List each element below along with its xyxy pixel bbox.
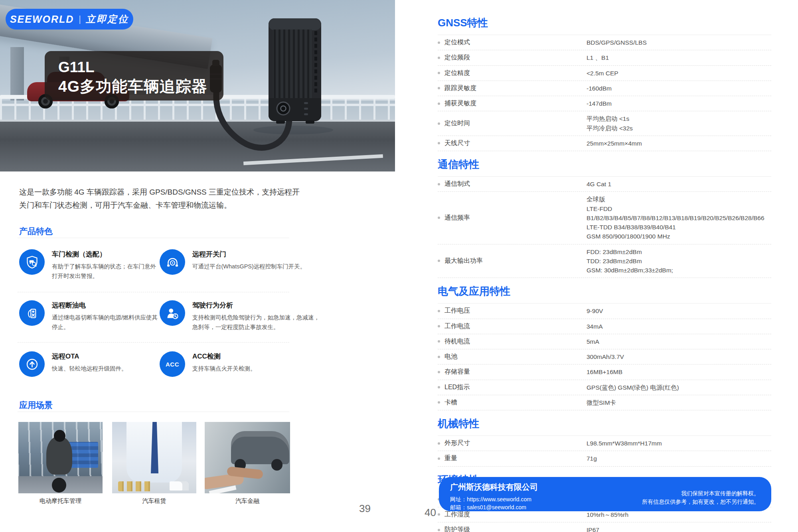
spec-value: 平均热启动 <1s平均冷启动 <32s — [587, 114, 633, 133]
spec-label-text: 天线尺寸 — [444, 139, 470, 148]
door-detection-shield-icon — [19, 249, 45, 275]
feature-title: 车门检测（选配） — [52, 248, 160, 259]
email-link[interactable]: sales01@seeworld.com — [467, 504, 526, 510]
feature-text: 驾驶行为分析支持检测司机危险驾驶行为，如急加速，急减速，急刹等，一定程度防止事故… — [192, 299, 322, 332]
application-item: 电动摩托车管理 — [18, 422, 103, 505]
feature-text: 车门检测（选配）有助于了解车队车辆的状态；在车门意外打开时发出警报。 — [52, 248, 160, 281]
spec-label-text: 工作电压 — [444, 307, 470, 315]
spec-value-line: 300mAh/3.7V — [587, 352, 624, 361]
spec-value-line: 25mm×25mm×4mm — [587, 139, 642, 148]
brand-logo-separator: | — [79, 14, 81, 24]
bullet-dot-icon — [438, 457, 440, 460]
spec-label: 天线尺寸 — [438, 139, 587, 148]
bullet-dot-icon — [438, 122, 440, 125]
spec-row: 定位精度<2.5m CEP — [438, 66, 771, 81]
spec-value-line: <2.5m CEP — [587, 69, 618, 78]
spec-label-text: 工作湿度 — [444, 510, 470, 519]
application-photo-1 — [18, 422, 103, 493]
spec-value-line: 全球版 — [587, 195, 771, 204]
bullet-dot-icon — [438, 57, 440, 59]
spec-value-line: GSM 850/900/1800/1900 MHz — [587, 232, 771, 241]
spec-label-text: 待机电流 — [444, 337, 470, 346]
spec-row: 工作电流34mA — [438, 319, 771, 334]
spec-value-line: FDD: 23dBm±2dBm — [587, 247, 673, 256]
spec-row: 定位模式BDS/GPS/GNSS/LBS — [438, 35, 771, 50]
product-model: G11L — [58, 58, 223, 77]
spec-value: FDD: 23dBm±2dBmTDD: 23dBm±2dBmGSM: 30dBm… — [587, 247, 673, 275]
spec-label-text: 定位频段 — [444, 53, 470, 62]
spec-label: 通信频率 — [438, 214, 587, 222]
bullet-dot-icon — [438, 87, 440, 89]
feature-description: 可通过平台(WhatsGPS)远程控制车门开关。 — [192, 262, 306, 272]
spec-label: 防护等级 — [438, 526, 587, 532]
application-caption: 电动摩托车管理 — [18, 497, 103, 505]
bullet-dot-icon — [438, 217, 440, 219]
spec-row: 捕获灵敏度-147dBm — [438, 96, 771, 111]
spec-section-title: 通信特性 — [438, 156, 771, 177]
spec-section-title: 机械特性 — [438, 415, 771, 436]
spec-row: 工作电压9-90V — [438, 303, 771, 319]
fuel-power-cut-icon — [19, 300, 45, 326]
spec-value-line: 10%rh～85%rh — [587, 510, 628, 519]
feature-text: 远程OTA快速、轻松地远程升级固件。 — [52, 350, 127, 374]
feature-text: ACC检测支持车辆点火开关检测。 — [192, 350, 256, 374]
spec-row: 定位频段L1 、B1 — [438, 50, 771, 65]
spec-row: 电池300mAh/3.7V — [438, 349, 771, 365]
spec-row: 卡槽微型SIM卡 — [438, 395, 771, 410]
product-title-overlay: G11L 4G多功能车辆追踪器 — [45, 51, 223, 100]
product-intro-text: 这是一款多功能 4G 车辆跟踪器，采用 GPS/BDS/GNSS 三重定位技术，… — [19, 185, 303, 212]
spec-value-line: TDD: 23dBm±2dBm — [587, 256, 673, 266]
spec-label: 定位精度 — [438, 69, 587, 77]
spec-label: 捕获灵敏度 — [438, 99, 587, 108]
spec-label-text: 电池 — [444, 353, 457, 361]
spec-value: 微型SIM卡 — [587, 398, 616, 407]
bullet-dot-icon — [438, 442, 440, 445]
spec-section: 电气及应用特性工作电压9-90V工作电流34mA待机电流5mA电池300mAh/… — [438, 283, 771, 410]
spec-row: 最大输出功率FDD: 23dBm±2dBmTDD: 23dBm±2dBmGSM:… — [438, 244, 771, 278]
brand-logo-tagline: 立即定位 — [86, 13, 129, 26]
applications-section-title: 应用场景 — [19, 400, 53, 411]
feature-text: 远程开关门可通过平台(WhatsGPS)远程控制车门开关。 — [192, 248, 306, 272]
disclaimer-line: 我们保留对本宣传册的解释权。 — [642, 489, 759, 497]
spec-label-text: 定位时间 — [444, 119, 470, 128]
spec-value: GPS(蓝色) GSM(绿色) 电源(红色) — [587, 383, 679, 392]
bullet-dot-icon — [438, 386, 440, 388]
spec-value: L98.5mm*W38mm*H17mm — [587, 439, 662, 448]
spec-value-line: GPS(蓝色) GSM(绿色) 电源(红色) — [587, 383, 679, 392]
application-item: 汽车金融 — [205, 422, 290, 505]
feature-description: 通过继电器切断车辆的电源/燃料供应使其停止。 — [52, 313, 160, 332]
spec-section-title: GNSS特性 — [438, 14, 771, 35]
feature-item: 远程开关门可通过平台(WhatsGPS)远程控制车门开关。 — [160, 248, 322, 299]
feature-item: ACCACC检测支持车辆点火开关检测。 — [160, 350, 322, 401]
spec-label-text: 定位模式 — [444, 38, 470, 47]
ota-upload-icon — [19, 351, 45, 377]
spec-label: 跟踪灵敏度 — [438, 84, 587, 93]
spec-value: 25mm×25mm×4mm — [587, 139, 642, 148]
divider — [18, 342, 289, 343]
spec-label: 工作电流 — [438, 322, 587, 331]
remote-door-switch-icon — [160, 249, 185, 275]
spec-value: 16MB+16MB — [587, 367, 622, 376]
spec-value: -160dBm — [587, 84, 612, 93]
website-link[interactable]: https://www.seeworld.com — [467, 496, 531, 502]
spec-value-line: L1 、B1 — [587, 53, 609, 62]
feature-title: 远程断油电 — [52, 299, 160, 310]
product-name: 4G多功能车辆追踪器 — [58, 77, 223, 97]
company-footer: 广州斯沃德科技有限公司 网址：https://www.seeworld.com … — [439, 477, 771, 511]
feature-title: ACC检测 — [192, 350, 256, 361]
application-photo-3 — [205, 422, 290, 493]
divider — [18, 292, 289, 292]
spec-row: 存储容量16MB+16MB — [438, 365, 771, 380]
spec-sections: GNSS特性定位模式BDS/GPS/GNSS/LBS定位频段L1 、B1定位精度… — [438, 14, 771, 532]
spec-label: 通信制式 — [438, 180, 587, 188]
spec-label-text: 定位精度 — [444, 69, 470, 77]
feature-description: 支持检测司机危险驾驶行为，如急加速，急减速，急刹等，一定程度防止事故发生。 — [192, 313, 322, 332]
bullet-dot-icon — [438, 41, 440, 44]
spec-value-line: 微型SIM卡 — [587, 398, 616, 407]
bullet-dot-icon — [438, 401, 440, 404]
spec-value-line: L98.5mm*W38mm*H17mm — [587, 439, 662, 448]
spec-label-text: LED指示 — [444, 383, 470, 392]
spec-value: 71g — [587, 454, 597, 463]
spec-row: 天线尺寸25mm×25mm×4mm — [438, 136, 771, 151]
spec-value-line: GSM: 30dBm±2dBm;33±2dBm; — [587, 266, 673, 275]
